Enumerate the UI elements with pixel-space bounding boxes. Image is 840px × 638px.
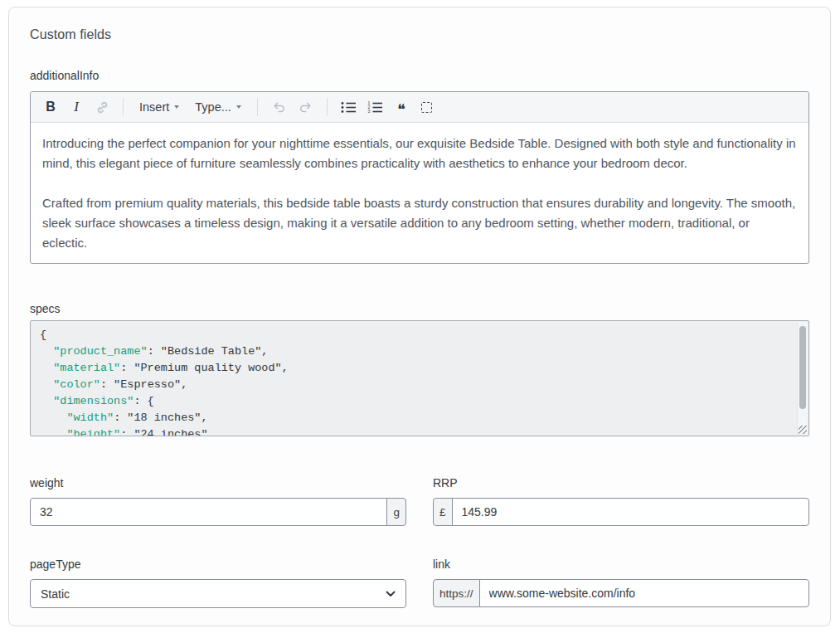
redo-button[interactable] bbox=[295, 96, 316, 118]
code-line: "color": "Espresso", bbox=[40, 377, 789, 393]
specs-scrollbar[interactable] bbox=[797, 322, 808, 435]
richtext-content[interactable]: Introducing the perfect companion for yo… bbox=[31, 123, 808, 263]
blockquote-icon: ❝ bbox=[397, 102, 405, 117]
rrp-label: RRP bbox=[433, 476, 809, 489]
weight-field-group: weight g bbox=[30, 476, 406, 526]
page-title: Custom fields bbox=[30, 27, 809, 42]
pagetype-label: pageType bbox=[30, 558, 406, 571]
code-line: "height": "24 inches", bbox=[40, 426, 789, 436]
code-block-icon bbox=[421, 102, 432, 113]
resize-handle-icon[interactable] bbox=[799, 426, 807, 434]
chevron-down-icon bbox=[236, 105, 241, 109]
editor-paragraph: Introducing the perfect companion for yo… bbox=[42, 134, 797, 173]
rrp-input[interactable] bbox=[452, 498, 809, 526]
code-block-button[interactable] bbox=[417, 96, 437, 118]
svg-text:3: 3 bbox=[367, 109, 370, 114]
code-line: "material": "Premium quality wood", bbox=[40, 360, 789, 377]
pagetype-field-group: pageType Static bbox=[30, 558, 406, 608]
code-line: { bbox=[40, 327, 789, 343]
code-line: "product_name": "Bedside Table", bbox=[40, 343, 789, 360]
redo-icon bbox=[298, 100, 313, 114]
pagetype-select[interactable]: Static bbox=[30, 579, 406, 608]
specs-label: specs bbox=[30, 302, 809, 315]
code-line: "dimensions": { bbox=[40, 393, 789, 410]
undo-button[interactable] bbox=[269, 96, 289, 118]
italic-button[interactable]: I bbox=[66, 96, 86, 118]
link-input[interactable] bbox=[479, 579, 809, 607]
specs-code: { "product_name": "Bedside Table", "mate… bbox=[31, 321, 808, 436]
ordered-list-button[interactable]: 1 2 3 bbox=[365, 96, 386, 118]
link-icon bbox=[95, 100, 109, 114]
specs-code-editor[interactable]: { "product_name": "Bedside Table", "mate… bbox=[30, 320, 809, 436]
bold-button[interactable]: B bbox=[41, 96, 61, 118]
specs-scrollbar-thumb[interactable] bbox=[799, 326, 806, 409]
richtext-toolbar: B I Insert Type. bbox=[31, 92, 808, 123]
toolbar-separator bbox=[257, 98, 258, 116]
ordered-list-icon: 1 2 3 bbox=[367, 101, 383, 114]
link-field-group: link https:// bbox=[433, 558, 809, 608]
bullet-list-button[interactable] bbox=[338, 96, 359, 118]
blockquote-button[interactable]: ❝ bbox=[391, 96, 411, 118]
toolbar-separator bbox=[123, 98, 124, 116]
unordered-list-icon bbox=[341, 101, 357, 114]
rrp-field-group: RRP £ bbox=[433, 476, 809, 526]
weight-label: weight bbox=[30, 476, 406, 489]
undo-icon bbox=[271, 100, 287, 114]
custom-fields-card: Custom fields additionalInfo B I bbox=[8, 7, 831, 626]
type-dropdown[interactable]: Type... bbox=[190, 96, 246, 118]
insert-dropdown[interactable]: Insert bbox=[134, 96, 184, 118]
link-protocol-addon: https:// bbox=[433, 579, 480, 607]
richtext-editor: B I Insert Type. bbox=[30, 91, 809, 264]
additionalinfo-label: additionalInfo bbox=[30, 69, 809, 82]
toolbar-separator bbox=[327, 98, 328, 116]
chevron-down-icon bbox=[174, 105, 179, 109]
editor-paragraph: Crafted from premium quality materials, … bbox=[42, 193, 797, 253]
weight-unit-addon: g bbox=[386, 498, 406, 526]
link-label: link bbox=[433, 558, 809, 571]
rrp-currency-addon: £ bbox=[433, 498, 453, 526]
link-button[interactable] bbox=[92, 96, 112, 118]
code-line: "width": "18 inches", bbox=[40, 410, 789, 426]
weight-input[interactable] bbox=[30, 498, 387, 526]
